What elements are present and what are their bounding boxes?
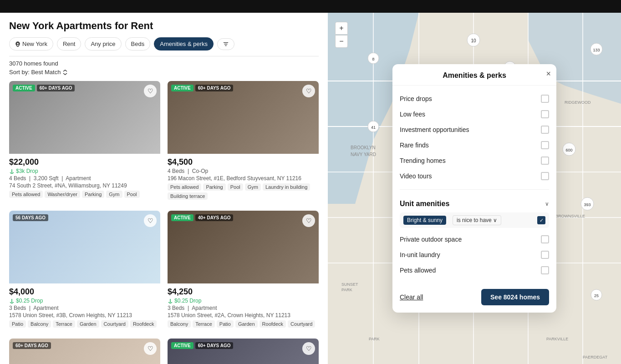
sort-label: Sort by: Best Match xyxy=(9,69,61,76)
badge-row-l2: ACTIVE 60+ DAYS AGO xyxy=(171,85,233,91)
favorite-btn-l3[interactable]: ♡ xyxy=(144,214,157,227)
svg-text:BROOKLYN: BROOKLYN xyxy=(351,145,376,150)
tag: Courtyard xyxy=(101,320,128,328)
svg-text:8: 8 xyxy=(372,57,374,61)
unit-amenities-header: Unit amenities ∨ xyxy=(400,195,549,212)
listing-image-l6: ACTIVE 60+ DAYS AGO ♡ xyxy=(168,339,319,364)
checkbox-rare-finds[interactable] xyxy=(541,141,549,149)
filter-row-trending: Trending homes xyxy=(400,153,549,168)
checkbox-investment[interactable] xyxy=(541,126,549,134)
listing-address-l4: 1578 Union Street, #2A, Crown Heights, N… xyxy=(168,312,319,318)
filter-row-low-fees: Low fees xyxy=(400,106,549,122)
unit-amenities-title: Unit amenities xyxy=(400,200,449,208)
bright-sunny-label: Bright & sunny xyxy=(407,217,443,223)
tag: Pets allowed xyxy=(9,191,43,198)
checkbox-bright-sunny[interactable]: ✓ xyxy=(537,216,545,224)
modal-title: Amenities & perks xyxy=(443,71,506,80)
tag: Courtyard xyxy=(288,320,315,328)
amenities-filter[interactable]: Amenities & perks xyxy=(154,37,214,51)
listing-card-l3[interactable]: 56 DAYS AGO ♡ $4,000 $0.25 Drop 3 Beds |… xyxy=(9,211,160,331)
checkbox-trending[interactable] xyxy=(541,157,549,165)
checkbox-private-outdoor[interactable] xyxy=(541,235,549,243)
filter-label-low-fees: Low fees xyxy=(400,111,425,118)
listing-info-l4: $4,250 $0.25 Drop 3 Beds | Apartment 157… xyxy=(168,283,319,331)
svg-text:133: 133 xyxy=(593,48,600,52)
listing-card-l1[interactable]: ACTIVE 60+ DAYS AGO ♡ $22,000 $3k Drop 4… xyxy=(9,81,160,203)
listing-card-l5[interactable]: 60+ DAYS AGO ♡ xyxy=(9,339,160,364)
tag: Gym xyxy=(245,183,261,191)
listing-info-l1: $22,000 $3k Drop 4 Beds | 3,200 Sqft | A… xyxy=(9,154,160,202)
left-panel: New York Apartments for Rent New York Re… xyxy=(0,13,328,364)
filter-label-rare-finds: Rare finds xyxy=(400,142,429,149)
results-count: 3070 homes found xyxy=(9,60,319,67)
tag: Parking xyxy=(82,191,104,198)
checkbox-low-fees[interactable] xyxy=(541,110,549,118)
beds-filter[interactable]: Beds xyxy=(125,37,151,51)
amenity-qualifier[interactable]: is nice to have ∨ xyxy=(453,215,501,225)
listing-meta-l4: 3 Beds | Apartment xyxy=(168,305,319,311)
listing-address-l1: 74 South 2 Street, #NA, Williamsburg, NY… xyxy=(9,182,160,189)
tag: Garden xyxy=(77,320,99,328)
favorite-btn-l1[interactable]: ♡ xyxy=(144,85,157,97)
filter-row-investment: Investment opportunities xyxy=(400,122,549,137)
price-filter[interactable]: Any price xyxy=(85,37,121,51)
amenities-modal: Amenities & perks × Price drops Low fees xyxy=(392,64,556,313)
listing-card-l2[interactable]: ACTIVE 60+ DAYS AGO ♡ $4,500 4 Beds | Co… xyxy=(168,81,319,203)
listing-address-l3: 1578 Union Street, #3B, Crown Heights, N… xyxy=(9,312,160,318)
favorite-btn-l4[interactable]: ♡ xyxy=(302,214,315,227)
sort-icon-btn[interactable] xyxy=(217,38,234,50)
svg-text:PARKVILLE: PARKVILLE xyxy=(546,337,568,341)
bright-sunny-row: Bright & sunny is nice to have ∨ ✓ xyxy=(400,212,549,228)
days-badge-l5: 60+ DAYS AGO xyxy=(13,342,51,349)
main-content: New York Apartments for Rent New York Re… xyxy=(0,13,621,364)
modal-body: Price drops Low fees Investment opportun… xyxy=(392,86,556,283)
listing-card-l4[interactable]: ACTIVE 40+ DAYS AGO ♡ $4,250 $0.25 Drop … xyxy=(168,211,319,331)
filter-row-video-tours: Video tours xyxy=(400,168,549,184)
filter-label-investment: Investment opportunities xyxy=(400,126,469,133)
clear-all-btn[interactable]: Clear all xyxy=(400,293,423,301)
listings-grid: ACTIVE 60+ DAYS AGO ♡ $22,000 $3k Drop 4… xyxy=(9,81,319,364)
listing-card-l6[interactable]: ACTIVE 60+ DAYS AGO ♡ xyxy=(168,339,319,364)
tag: Pool xyxy=(124,191,140,198)
filter-row-rare-finds: Rare finds xyxy=(400,137,549,153)
listing-meta-l2: 4 Beds | Co-Op xyxy=(168,168,319,174)
svg-text:600: 600 xyxy=(565,148,572,152)
days-badge-l4: 40+ DAYS AGO xyxy=(195,214,234,221)
listing-price-l2: $4,500 xyxy=(168,157,319,167)
checkbox-pets-allowed[interactable] xyxy=(541,266,549,274)
unit-amenities-section: Unit amenities ∨ Bright & sunny is nice … xyxy=(400,190,549,283)
filter-row-inunit-laundry: In-unit laundry xyxy=(400,247,549,263)
price-perks-section: Price drops Low fees Investment opportun… xyxy=(400,86,549,190)
see-homes-btn[interactable]: See 8024 homes xyxy=(481,289,549,305)
type-filter[interactable]: Rent xyxy=(57,37,81,51)
listing-image-l2: ACTIVE 60+ DAYS AGO ♡ xyxy=(168,81,319,154)
app-container: New York Apartments for Rent New York Re… xyxy=(0,0,621,364)
map-area[interactable]: BROOKLYN NAVY YARD RIDGEWOOD BROWNSVILLE… xyxy=(328,13,621,364)
type-filter-label: Rent xyxy=(63,40,75,47)
zoom-in-btn[interactable]: + xyxy=(335,22,348,35)
checkbox-price-drops[interactable] xyxy=(541,95,549,103)
tag: Roofdeck xyxy=(130,320,157,328)
listing-tags-l1: Pets allowed Washer/dryer Parking Gym Po… xyxy=(9,191,160,198)
checkbox-inunit-laundry[interactable] xyxy=(541,251,549,259)
filter-label-inunit-laundry: In-unit laundry xyxy=(400,251,440,258)
filter-row-private-outdoor: Private outdoor space xyxy=(400,232,549,247)
tag: Patio xyxy=(9,320,26,328)
svg-text:10: 10 xyxy=(471,38,476,43)
favorite-btn-l6[interactable]: ♡ xyxy=(302,342,315,355)
listing-tags-l3: Patio Balcony Terrace Garden Courtyard R… xyxy=(9,320,160,328)
checkbox-video-tours[interactable] xyxy=(541,172,549,180)
modal-close-btn[interactable]: × xyxy=(546,70,551,78)
divider xyxy=(9,56,319,56)
favorite-btn-l5[interactable]: ♡ xyxy=(144,342,157,355)
tag: Patio xyxy=(217,320,234,328)
favorite-btn-l2[interactable]: ♡ xyxy=(302,85,315,97)
tag: Terrace xyxy=(53,320,75,328)
chevron-icon[interactable]: ∨ xyxy=(545,201,549,207)
location-filter-label: New York xyxy=(22,40,47,47)
sort-icon[interactable] xyxy=(62,70,68,75)
svg-text:BROWNSVILLE: BROWNSVILLE xyxy=(555,214,585,218)
zoom-out-btn[interactable]: − xyxy=(335,35,348,48)
days-badge-l2: 60+ DAYS AGO xyxy=(195,85,234,91)
location-filter[interactable]: New York xyxy=(9,37,53,51)
